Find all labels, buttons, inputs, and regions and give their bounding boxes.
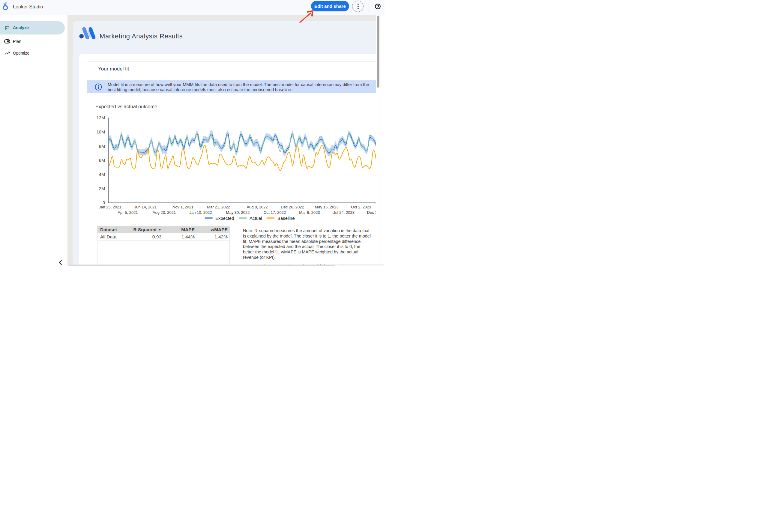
svg-text:Jan 10, 2022: Jan 10, 2022 [189, 210, 212, 215]
svg-text:Actual: Actual [250, 216, 262, 221]
svg-text:May 30, 2022: May 30, 2022 [226, 210, 250, 215]
svg-text:Expected: Expected [215, 216, 234, 221]
svg-text:Mar 6, 2023: Mar 6, 2023 [299, 210, 320, 215]
svg-text:Baseline: Baseline [277, 216, 295, 221]
svg-text:Jul 24, 2023: Jul 24, 2023 [333, 210, 355, 215]
svg-text:Jun 14, 2021: Jun 14, 2021 [134, 205, 157, 209]
svg-text:Apr 5, 2021: Apr 5, 2021 [118, 210, 138, 215]
svg-text:Aug 8, 2022: Aug 8, 2022 [247, 205, 268, 209]
svg-text:8M: 8M [99, 144, 105, 149]
svg-text:May 15, 2023: May 15, 2023 [315, 205, 339, 209]
svg-text:12M: 12M [97, 115, 105, 120]
svg-text:Mar 21, 2022: Mar 21, 2022 [207, 205, 230, 209]
svg-text:2M: 2M [99, 186, 105, 191]
svg-text:0: 0 [103, 200, 105, 205]
svg-text:Oct 2, 2023: Oct 2, 2023 [351, 205, 371, 209]
svg-text:10M: 10M [97, 130, 105, 134]
svg-text:Dec 26, 2022: Dec 26, 2022 [281, 205, 304, 209]
svg-text:Nov 1, 2021: Nov 1, 2021 [172, 205, 193, 209]
svg-text:Aug 23, 2021: Aug 23, 2021 [153, 210, 176, 215]
svg-text:4M: 4M [99, 172, 105, 177]
svg-text:6M: 6M [99, 158, 105, 163]
svg-text:Jan 25, 2021: Jan 25, 2021 [99, 205, 121, 209]
svg-text:Oct 17, 2022: Oct 17, 2022 [264, 210, 286, 215]
